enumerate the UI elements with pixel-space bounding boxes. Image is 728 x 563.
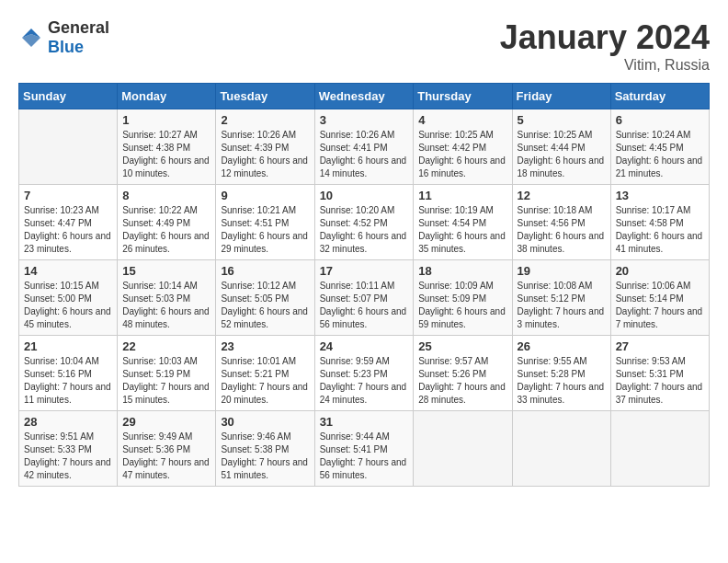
day-info: Sunrise: 10:04 AM Sunset: 5:16 PM Daylig… [24, 355, 112, 407]
day-info: Sunrise: 9:51 AM Sunset: 5:33 PM Dayligh… [24, 431, 112, 482]
sunset-time: Sunset: 4:41 PM [320, 143, 388, 153]
day-of-week-header: Friday [512, 84, 610, 109]
daylight-hours: Daylight: 6 hours and 29 minutes. [221, 231, 308, 254]
logo-wordmark: General Blue [48, 18, 109, 57]
day-of-week-header: Monday [118, 84, 216, 109]
sunset-time: Sunset: 4:56 PM [518, 218, 586, 228]
calendar-cell: 25 Sunrise: 9:57 AM Sunset: 5:26 PM Dayl… [414, 336, 512, 411]
calendar-week-row: 1 Sunrise: 10:27 AM Sunset: 4:38 PM Dayl… [19, 109, 710, 185]
day-info: Sunrise: 10:23 AM Sunset: 4:47 PM Daylig… [24, 204, 112, 256]
sunrise-time: Sunrise: 10:26 AM [320, 130, 395, 140]
day-info: Sunrise: 10:09 AM Sunset: 5:09 PM Daylig… [418, 280, 506, 331]
day-number: 7 [24, 189, 112, 202]
sunset-time: Sunset: 5:26 PM [418, 369, 486, 379]
day-info: Sunrise: 10:11 AM Sunset: 5:07 PM Daylig… [320, 280, 409, 331]
daylight-hours: Daylight: 7 hours and 47 minutes. [122, 457, 210, 480]
sunrise-time: Sunrise: 10:25 AM [518, 130, 593, 140]
sunset-time: Sunset: 5:36 PM [122, 444, 190, 454]
daylight-hours: Daylight: 6 hours and 10 minutes. [122, 155, 210, 178]
calendar-cell: 28 Sunrise: 9:51 AM Sunset: 5:33 PM Dayl… [19, 411, 118, 487]
calendar-cell: 7 Sunrise: 10:23 AM Sunset: 4:47 PM Dayl… [19, 185, 118, 260]
calendar-cell: 4 Sunrise: 10:25 AM Sunset: 4:42 PM Dayl… [414, 109, 512, 185]
daylight-hours: Daylight: 6 hours and 45 minutes. [24, 306, 111, 329]
daylight-hours: Daylight: 7 hours and 56 minutes. [320, 457, 407, 480]
day-info: Sunrise: 10:08 AM Sunset: 5:12 PM Daylig… [518, 280, 606, 331]
daylight-hours: Daylight: 6 hours and 18 minutes. [518, 155, 605, 178]
sunset-time: Sunset: 5:09 PM [418, 293, 486, 304]
day-number: 11 [418, 189, 506, 202]
day-number: 22 [122, 339, 210, 353]
day-info: Sunrise: 10:21 AM Sunset: 4:51 PM Daylig… [221, 204, 309, 256]
sunrise-time: Sunrise: 10:03 AM [122, 356, 198, 366]
day-info: Sunrise: 9:53 AM Sunset: 5:31 PM Dayligh… [616, 355, 704, 407]
calendar-cell: 19 Sunrise: 10:08 AM Sunset: 5:12 PM Day… [512, 260, 610, 336]
sunset-time: Sunset: 5:16 PM [24, 369, 92, 379]
sunset-time: Sunset: 5:14 PM [616, 293, 684, 304]
calendar-cell: 6 Sunrise: 10:24 AM Sunset: 4:45 PM Dayl… [610, 109, 709, 185]
daylight-hours: Daylight: 6 hours and 21 minutes. [616, 155, 703, 178]
calendar-week-row: 7 Sunrise: 10:23 AM Sunset: 4:47 PM Dayl… [19, 185, 710, 260]
daylight-hours: Daylight: 7 hours and 15 minutes. [122, 382, 210, 405]
sunrise-time: Sunrise: 10:23 AM [24, 205, 99, 215]
daylight-hours: Daylight: 6 hours and 14 minutes. [320, 155, 407, 178]
day-number: 12 [518, 189, 606, 202]
calendar-cell: 14 Sunrise: 10:15 AM Sunset: 5:00 PM Day… [19, 260, 118, 336]
calendar-cell: 11 Sunrise: 10:19 AM Sunset: 4:54 PM Day… [414, 185, 512, 260]
daylight-hours: Daylight: 7 hours and 37 minutes. [616, 382, 703, 405]
daylight-hours: Daylight: 6 hours and 52 minutes. [221, 306, 308, 329]
calendar-cell: 13 Sunrise: 10:17 AM Sunset: 4:58 PM Day… [610, 185, 709, 260]
day-info: Sunrise: 10:15 AM Sunset: 5:00 PM Daylig… [24, 280, 112, 331]
sunrise-time: Sunrise: 9:46 AM [221, 431, 290, 442]
logo: General Blue [18, 18, 109, 57]
day-number: 17 [320, 264, 409, 278]
sunrise-time: Sunrise: 10:24 AM [616, 130, 691, 140]
day-info: Sunrise: 10:26 AM Sunset: 4:41 PM Daylig… [320, 129, 409, 180]
daylight-hours: Daylight: 7 hours and 24 minutes. [320, 382, 407, 405]
sunrise-time: Sunrise: 9:51 AM [24, 431, 94, 442]
sunrise-time: Sunrise: 10:14 AM [122, 281, 198, 291]
calendar-cell: 20 Sunrise: 10:06 AM Sunset: 5:14 PM Day… [610, 260, 709, 336]
day-number: 13 [616, 189, 704, 202]
sunset-time: Sunset: 5:28 PM [518, 369, 586, 379]
sunrise-time: Sunrise: 10:25 AM [418, 130, 494, 140]
sunset-time: Sunset: 4:38 PM [122, 143, 190, 153]
calendar-cell: 9 Sunrise: 10:21 AM Sunset: 4:51 PM Dayl… [216, 185, 314, 260]
daylight-hours: Daylight: 7 hours and 51 minutes. [221, 457, 308, 480]
day-of-week-header: Saturday [610, 84, 709, 109]
daylight-hours: Daylight: 6 hours and 32 minutes. [320, 231, 407, 254]
day-number: 23 [221, 339, 309, 353]
sunrise-time: Sunrise: 10:12 AM [221, 281, 296, 291]
day-number: 20 [616, 264, 704, 278]
daylight-hours: Daylight: 6 hours and 56 minutes. [320, 306, 407, 329]
sunrise-time: Sunrise: 10:27 AM [122, 130, 198, 140]
day-number: 29 [122, 415, 210, 429]
calendar-cell: 8 Sunrise: 10:22 AM Sunset: 4:49 PM Dayl… [118, 185, 216, 260]
sunrise-time: Sunrise: 10:19 AM [418, 205, 494, 215]
calendar-week-row: 14 Sunrise: 10:15 AM Sunset: 5:00 PM Day… [19, 260, 710, 336]
logo-blue: Blue [48, 38, 84, 56]
daylight-hours: Daylight: 6 hours and 59 minutes. [418, 306, 506, 329]
day-info: Sunrise: 10:25 AM Sunset: 4:44 PM Daylig… [518, 129, 606, 180]
daylight-hours: Daylight: 6 hours and 12 minutes. [221, 155, 308, 178]
day-info: Sunrise: 10:20 AM Sunset: 4:52 PM Daylig… [320, 204, 409, 256]
day-info: Sunrise: 10:06 AM Sunset: 5:14 PM Daylig… [616, 280, 704, 331]
day-number: 30 [221, 415, 309, 429]
day-info: Sunrise: 9:49 AM Sunset: 5:36 PM Dayligh… [122, 431, 210, 482]
day-number: 4 [418, 113, 506, 127]
sunrise-time: Sunrise: 10:21 AM [221, 205, 296, 215]
day-info: Sunrise: 9:44 AM Sunset: 5:41 PM Dayligh… [320, 431, 409, 482]
sunrise-time: Sunrise: 10:01 AM [221, 356, 296, 366]
sunset-time: Sunset: 4:58 PM [616, 218, 684, 228]
sunset-time: Sunset: 4:51 PM [221, 218, 289, 228]
calendar-cell: 27 Sunrise: 9:53 AM Sunset: 5:31 PM Dayl… [610, 336, 709, 411]
day-info: Sunrise: 10:03 AM Sunset: 5:19 PM Daylig… [122, 355, 210, 407]
month-title: January 2024 [500, 18, 710, 57]
logo-icon [18, 25, 44, 51]
sunrise-time: Sunrise: 9:44 AM [320, 431, 390, 442]
day-number: 19 [518, 264, 606, 278]
calendar-cell: 30 Sunrise: 9:46 AM Sunset: 5:38 PM Dayl… [216, 411, 314, 487]
calendar-table: SundayMondayTuesdayWednesdayThursdayFrid… [18, 83, 710, 487]
sunrise-time: Sunrise: 9:53 AM [616, 356, 686, 366]
sunset-time: Sunset: 5:00 PM [24, 293, 92, 304]
sunset-time: Sunset: 5:19 PM [122, 369, 190, 379]
